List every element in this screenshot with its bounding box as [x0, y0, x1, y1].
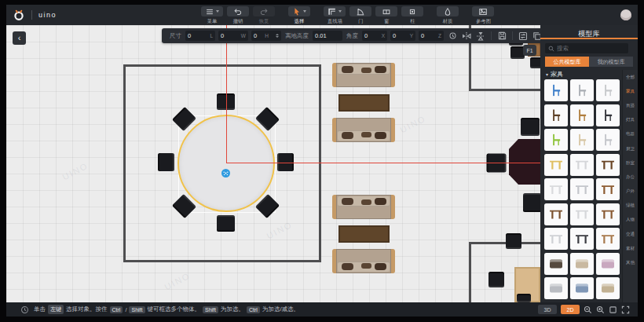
category-item[interactable]: 户外	[623, 185, 638, 199]
category-item[interactable]: 全部	[623, 70, 638, 84]
key-badge: Shift	[129, 306, 145, 313]
chair[interactable]	[158, 153, 174, 171]
category-item[interactable]: 家具	[623, 84, 638, 98]
angle-x-input[interactable]: 0X	[362, 31, 387, 41]
category-item[interactable]: 厨卫	[623, 141, 638, 156]
width-input[interactable]: 0W	[218, 31, 248, 41]
category-item[interactable]: 交通	[623, 227, 638, 241]
fit-view-icon[interactable]	[609, 306, 617, 314]
section-header-furniture[interactable]: ▾ 家具	[546, 70, 563, 79]
zoom-in-icon[interactable]	[596, 306, 605, 314]
back-button[interactable]: ‹	[13, 31, 26, 45]
model-thumbnail[interactable]	[596, 228, 620, 250]
tool-straight-wall[interactable]: 直线墙	[324, 6, 346, 24]
status-text: /	[125, 306, 126, 313]
tool-door[interactable]: 门	[349, 6, 371, 24]
model-thumbnail[interactable]	[596, 104, 620, 126]
view-2d-button[interactable]: 2D	[561, 305, 580, 314]
view-3d-button[interactable]: 3D	[538, 305, 557, 314]
conference-table[interactable]	[509, 139, 540, 185]
model-thumbnail[interactable]	[570, 79, 594, 101]
status-text: 键可框选多个物体。	[148, 306, 201, 313]
category-item[interactable]: 素材	[623, 241, 638, 255]
model-thumbnail[interactable]	[570, 203, 594, 225]
sofa[interactable]	[332, 249, 395, 273]
category-item[interactable]: 人物	[623, 213, 638, 227]
model-thumbnail[interactable]	[570, 129, 594, 151]
angle-z-input[interactable]: 0Z	[419, 31, 444, 41]
model-thumbnail[interactable]	[544, 178, 568, 200]
tool-column[interactable]: 柱	[401, 6, 423, 24]
model-thumbnail[interactable]	[544, 79, 568, 101]
tab-public-library[interactable]: 公共模型库	[545, 57, 589, 67]
model-thumbnail[interactable]	[570, 253, 594, 275]
model-thumbnail[interactable]	[544, 154, 568, 176]
height-input[interactable]: 0H	[251, 31, 281, 41]
category-item[interactable]: 绿植	[623, 199, 638, 213]
model-thumbnail[interactable]	[596, 79, 620, 101]
model-thumbnail[interactable]	[570, 154, 594, 176]
chevron-down-icon	[303, 10, 306, 13]
model-thumbnail[interactable]	[570, 277, 594, 299]
model-thumbnail[interactable]	[544, 129, 568, 151]
category-item[interactable]: 卧室	[623, 156, 638, 170]
model-thumbnail[interactable]	[544, 104, 568, 126]
f1-help-button[interactable]: F1	[523, 45, 536, 56]
tool-material[interactable]: 材质	[437, 6, 459, 24]
chair[interactable]	[521, 118, 540, 136]
flip-horizontal-icon[interactable]	[461, 31, 472, 42]
search-input[interactable]: 搜索	[545, 43, 628, 53]
save-icon[interactable]	[496, 31, 507, 42]
chair[interactable]	[506, 233, 521, 249]
chair[interactable]	[517, 294, 531, 302]
coffee-table[interactable]	[338, 225, 390, 243]
tab-my-library[interactable]: 我的模型库	[589, 57, 633, 67]
height-stepper[interactable]	[276, 34, 279, 38]
category-item[interactable]: 办公	[623, 170, 638, 184]
sofa[interactable]	[332, 118, 395, 142]
chair[interactable]	[488, 272, 504, 287]
category-item[interactable]: 电器	[623, 127, 638, 141]
tool-reference-image[interactable]: 参考图	[472, 6, 494, 24]
model-thumbnail[interactable]	[596, 253, 620, 275]
tool-select[interactable]: 选择	[288, 6, 310, 24]
category-item[interactable]: 百搭	[623, 98, 638, 112]
model-thumbnail[interactable]	[570, 178, 594, 200]
tool-undo[interactable]: 撤销	[227, 6, 249, 24]
tool-window[interactable]: 窗	[375, 6, 397, 24]
zoom-out-icon[interactable]	[584, 306, 592, 314]
length-input[interactable]: 0L	[185, 31, 215, 41]
model-thumbnail[interactable]	[596, 154, 620, 176]
model-thumbnail[interactable]	[544, 277, 568, 299]
chair[interactable]	[523, 193, 540, 212]
sofa[interactable]	[332, 195, 395, 219]
model-thumbnail[interactable]	[544, 203, 568, 225]
chair[interactable]	[530, 57, 540, 68]
floorplan-canvas[interactable]: UINO UINO UINO UINO	[6, 25, 540, 302]
model-thumbnail[interactable]	[544, 228, 568, 250]
history-icon[interactable]	[20, 306, 29, 314]
copy-icon[interactable]	[532, 31, 540, 42]
model-thumbnail[interactable]	[596, 277, 620, 299]
model-thumbnail[interactable]	[596, 129, 620, 151]
model-thumbnail[interactable]	[570, 104, 594, 126]
model-thumbnail[interactable]	[596, 203, 620, 225]
category-item[interactable]: 灯具	[623, 113, 638, 127]
model-thumbnail[interactable]	[596, 178, 620, 200]
fullscreen-icon[interactable]	[621, 306, 630, 314]
flip-vertical-icon[interactable]	[475, 31, 486, 42]
elevation-input[interactable]: 0.01	[313, 31, 342, 41]
category-item[interactable]: 其他	[623, 255, 638, 269]
sofa[interactable]	[332, 63, 395, 87]
coffee-table[interactable]	[338, 94, 390, 112]
chair[interactable]	[217, 215, 235, 232]
angle-y-input[interactable]: 0Y	[390, 31, 415, 41]
user-avatar[interactable]	[620, 9, 631, 20]
reset-rotation-icon[interactable]	[447, 31, 458, 42]
tool-menu[interactable]: 菜单	[201, 6, 223, 24]
replace-icon[interactable]	[518, 31, 529, 42]
model-thumbnail[interactable]	[544, 253, 568, 275]
tool-redo[interactable]: 恢复	[253, 6, 275, 24]
menu-icon	[205, 7, 214, 16]
model-thumbnail[interactable]	[570, 228, 594, 250]
